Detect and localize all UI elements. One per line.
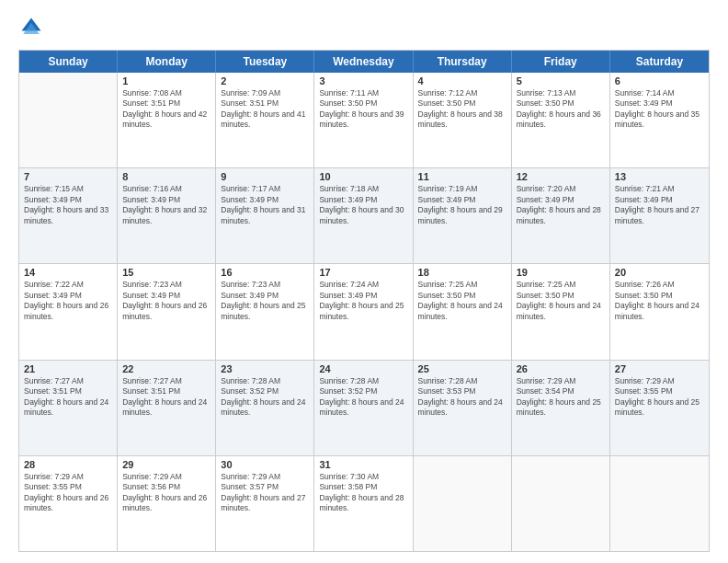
day-number: 4 [418, 75, 506, 86]
day-number: 11 [418, 171, 506, 182]
calendar-cell: 5Sunrise: 7:13 AMSunset: 3:50 PMDaylight… [512, 73, 610, 167]
calendar-cell: 3Sunrise: 7:11 AMSunset: 3:50 PMDaylight… [314, 73, 413, 167]
day-info: Sunrise: 7:24 AMSunset: 3:49 PMDaylight:… [319, 280, 407, 322]
day-info: Sunrise: 7:21 AMSunset: 3:49 PMDaylight:… [615, 184, 704, 226]
calendar-cell: 8Sunrise: 7:16 AMSunset: 3:49 PMDaylight… [118, 168, 216, 263]
day-number: 13 [615, 171, 704, 182]
day-info: Sunrise: 7:29 AMSunset: 3:55 PMDaylight:… [24, 472, 112, 514]
calendar-cell: 14Sunrise: 7:22 AMSunset: 3:49 PMDayligh… [19, 264, 118, 359]
calendar-cell: 20Sunrise: 7:26 AMSunset: 3:50 PMDayligh… [610, 264, 709, 359]
calendar-cell: 26Sunrise: 7:29 AMSunset: 3:54 PMDayligh… [512, 361, 610, 455]
day-info: Sunrise: 7:12 AMSunset: 3:50 PMDaylight:… [418, 88, 506, 131]
cal-header-cell: Saturday [610, 51, 709, 73]
day-info: Sunrise: 7:16 AMSunset: 3:49 PMDaylight:… [122, 184, 210, 226]
calendar-cell: 1Sunrise: 7:08 AMSunset: 3:51 PMDaylight… [118, 73, 216, 167]
day-info: Sunrise: 7:09 AMSunset: 3:51 PMDaylight:… [221, 88, 309, 131]
day-number: 2 [221, 75, 309, 86]
calendar-cell [610, 456, 709, 551]
calendar-cell: 6Sunrise: 7:14 AMSunset: 3:49 PMDaylight… [610, 73, 709, 167]
cal-header-cell: Friday [512, 51, 610, 73]
calendar-cell: 29Sunrise: 7:29 AMSunset: 3:56 PMDayligh… [118, 456, 216, 551]
day-info: Sunrise: 7:25 AMSunset: 3:50 PMDaylight:… [517, 280, 605, 322]
calendar-cell: 17Sunrise: 7:24 AMSunset: 3:49 PMDayligh… [314, 264, 413, 359]
day-number: 14 [24, 267, 112, 278]
day-info: Sunrise: 7:23 AMSunset: 3:49 PMDaylight:… [122, 280, 210, 322]
day-number: 30 [221, 459, 309, 470]
calendar-cell: 25Sunrise: 7:28 AMSunset: 3:53 PMDayligh… [414, 361, 512, 455]
day-number: 5 [517, 75, 605, 86]
calendar-cell: 7Sunrise: 7:15 AMSunset: 3:49 PMDaylight… [19, 168, 118, 263]
day-number: 3 [319, 75, 407, 86]
calendar-cell [19, 73, 118, 167]
calendar-cell: 2Sunrise: 7:09 AMSunset: 3:51 PMDaylight… [216, 73, 314, 167]
day-number: 23 [221, 363, 309, 374]
day-number: 25 [418, 363, 506, 374]
day-info: Sunrise: 7:28 AMSunset: 3:53 PMDaylight:… [418, 376, 506, 419]
day-info: Sunrise: 7:29 AMSunset: 3:57 PMDaylight:… [221, 472, 309, 514]
calendar-cell [512, 456, 610, 551]
cal-header-cell: Thursday [414, 51, 512, 73]
calendar-cell: 28Sunrise: 7:29 AMSunset: 3:55 PMDayligh… [19, 456, 118, 551]
day-info: Sunrise: 7:14 AMSunset: 3:49 PMDaylight:… [615, 88, 704, 131]
day-number: 7 [24, 171, 112, 182]
calendar-row: 21Sunrise: 7:27 AMSunset: 3:51 PMDayligh… [19, 361, 709, 456]
day-number: 22 [122, 363, 210, 374]
day-info: Sunrise: 7:20 AMSunset: 3:49 PMDaylight:… [517, 184, 605, 226]
day-number: 31 [319, 459, 407, 470]
calendar-cell: 21Sunrise: 7:27 AMSunset: 3:51 PMDayligh… [19, 361, 118, 455]
day-info: Sunrise: 7:29 AMSunset: 3:54 PMDaylight:… [517, 376, 605, 419]
day-number: 29 [122, 459, 210, 470]
calendar-cell: 4Sunrise: 7:12 AMSunset: 3:50 PMDaylight… [414, 73, 512, 167]
day-number: 8 [122, 171, 210, 182]
calendar-cell: 19Sunrise: 7:25 AMSunset: 3:50 PMDayligh… [512, 264, 610, 359]
day-info: Sunrise: 7:28 AMSunset: 3:52 PMDaylight:… [319, 376, 407, 419]
cal-header-cell: Tuesday [216, 51, 314, 73]
page: SundayMondayTuesdayWednesdayThursdayFrid… [0, 0, 728, 563]
calendar-cell: 13Sunrise: 7:21 AMSunset: 3:49 PMDayligh… [610, 168, 709, 263]
cal-header-cell: Sunday [19, 51, 118, 73]
day-info: Sunrise: 7:28 AMSunset: 3:52 PMDaylight:… [221, 376, 309, 419]
day-info: Sunrise: 7:18 AMSunset: 3:49 PMDaylight:… [319, 184, 407, 226]
day-number: 20 [615, 267, 704, 278]
day-info: Sunrise: 7:23 AMSunset: 3:49 PMDaylight:… [221, 280, 309, 322]
calendar-cell: 10Sunrise: 7:18 AMSunset: 3:49 PMDayligh… [314, 168, 413, 263]
calendar-row: 1Sunrise: 7:08 AMSunset: 3:51 PMDaylight… [19, 73, 709, 168]
day-info: Sunrise: 7:22 AMSunset: 3:49 PMDaylight:… [24, 280, 112, 322]
calendar-cell: 23Sunrise: 7:28 AMSunset: 3:52 PMDayligh… [216, 361, 314, 455]
calendar-cell: 11Sunrise: 7:19 AMSunset: 3:49 PMDayligh… [414, 168, 512, 263]
logo-icon [18, 15, 44, 40]
calendar-cell: 12Sunrise: 7:20 AMSunset: 3:49 PMDayligh… [512, 168, 610, 263]
logo [18, 15, 48, 40]
calendar-cell: 22Sunrise: 7:27 AMSunset: 3:51 PMDayligh… [118, 361, 216, 455]
day-number: 6 [615, 75, 704, 86]
calendar: SundayMondayTuesdayWednesdayThursdayFrid… [18, 50, 710, 552]
day-number: 15 [122, 267, 210, 278]
day-number: 28 [24, 459, 112, 470]
calendar-body: 1Sunrise: 7:08 AMSunset: 3:51 PMDaylight… [19, 73, 709, 551]
day-number: 16 [221, 267, 309, 278]
calendar-cell: 16Sunrise: 7:23 AMSunset: 3:49 PMDayligh… [216, 264, 314, 359]
day-number: 24 [319, 363, 407, 374]
day-number: 21 [24, 363, 112, 374]
cal-header-cell: Monday [118, 51, 216, 73]
day-number: 19 [517, 267, 605, 278]
calendar-cell: 30Sunrise: 7:29 AMSunset: 3:57 PMDayligh… [216, 456, 314, 551]
day-info: Sunrise: 7:27 AMSunset: 3:51 PMDaylight:… [24, 376, 112, 419]
day-number: 26 [517, 363, 605, 374]
calendar-row: 14Sunrise: 7:22 AMSunset: 3:49 PMDayligh… [19, 264, 709, 360]
header [18, 15, 710, 40]
calendar-cell: 18Sunrise: 7:25 AMSunset: 3:50 PMDayligh… [414, 264, 512, 359]
day-info: Sunrise: 7:29 AMSunset: 3:55 PMDaylight:… [615, 376, 704, 419]
day-info: Sunrise: 7:08 AMSunset: 3:51 PMDaylight:… [122, 88, 210, 131]
day-info: Sunrise: 7:30 AMSunset: 3:58 PMDaylight:… [319, 472, 407, 514]
calendar-cell [414, 456, 512, 551]
day-number: 10 [319, 171, 407, 182]
calendar-cell: 27Sunrise: 7:29 AMSunset: 3:55 PMDayligh… [610, 361, 709, 455]
day-info: Sunrise: 7:15 AMSunset: 3:49 PMDaylight:… [24, 184, 112, 226]
day-number: 17 [319, 267, 407, 278]
day-number: 12 [517, 171, 605, 182]
day-number: 27 [615, 363, 704, 374]
calendar-cell: 31Sunrise: 7:30 AMSunset: 3:58 PMDayligh… [314, 456, 413, 551]
day-info: Sunrise: 7:13 AMSunset: 3:50 PMDaylight:… [517, 88, 605, 131]
calendar-row: 28Sunrise: 7:29 AMSunset: 3:55 PMDayligh… [19, 456, 709, 551]
